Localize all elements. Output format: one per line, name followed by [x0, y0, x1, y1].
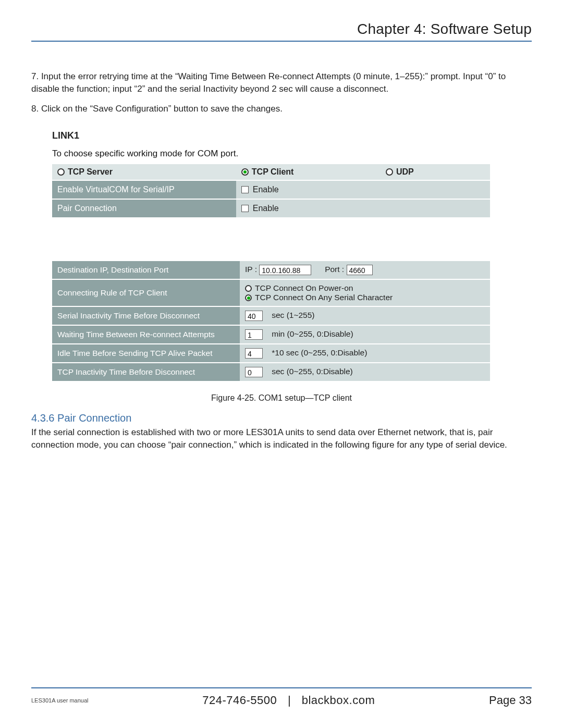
mode-label: TCP Server	[68, 167, 113, 176]
unit: sec (0~255, 0:Disable)	[272, 367, 353, 376]
section-body: If the serial connection is established …	[31, 426, 532, 451]
mode-tcp-server[interactable]: TCP Server	[52, 164, 236, 180]
link1-desc: To choose specific working mode for COM …	[52, 149, 490, 159]
manual-name: LES301A user manual	[31, 697, 88, 704]
dest-label: Destination IP, Destination Port	[52, 261, 240, 279]
port-prefix: Port :	[325, 265, 344, 274]
opt-label: TCP Connect On Power-on	[255, 283, 353, 292]
ser-inact-value: 40 sec (1~255)	[240, 306, 490, 325]
tcp-inact-label: TCP Inactivity Time Before Disconnect	[52, 363, 240, 381]
row-pairconn-label: Pair Connection	[52, 199, 236, 218]
ser-inact-label: Serial Inactivity Time Before Disconnect	[52, 306, 240, 325]
footer-center: 724-746-5500 | blackbox.com	[88, 694, 489, 707]
idle-label: Idle Time Before Sending TCP Alive Packe…	[52, 344, 240, 363]
wait-label: Waiting Time Between Re-connect Attempts	[52, 325, 240, 344]
radio-icon	[245, 285, 252, 292]
unit: min (0~255, 0:Disable)	[272, 329, 353, 338]
unit: *10 sec (0~255, 0:Disable)	[272, 348, 367, 357]
radio-icon	[386, 168, 393, 176]
checkbox-icon[interactable]	[241, 186, 249, 193]
rule-label: Connecting Rule of TCP Client	[52, 279, 240, 306]
footer-sep: |	[288, 694, 291, 707]
tcp-inact-value: 0 sec (0~255, 0:Disable)	[240, 363, 490, 381]
rule-value: TCP Connect On Power-on TCP Connect On A…	[240, 279, 490, 306]
wait-input[interactable]: 1	[245, 329, 263, 340]
dest-value: IP : 10.0.160.88 Port : 4660	[240, 261, 490, 279]
port-input[interactable]: 4660	[347, 265, 373, 275]
rule-option-serialchar[interactable]: TCP Connect On Any Serial Character	[245, 293, 485, 302]
step-7: 7. Input the error retrying time at the …	[31, 70, 532, 95]
enable-label: Enable	[253, 185, 279, 194]
footer-site: blackbox.com	[302, 694, 375, 707]
row-virtualcom-label: Enable VirtualCOM for Serial/IP	[52, 180, 236, 199]
radio-icon	[241, 168, 249, 176]
ip-input[interactable]: 10.0.160.88	[259, 265, 311, 275]
chapter-header: Chapter 4: Software Setup	[31, 21, 532, 42]
mode-label: UDP	[396, 167, 414, 176]
radio-icon	[57, 168, 65, 176]
unit: sec (1~255)	[272, 311, 314, 319]
idle-value: 4 *10 sec (0~255, 0:Disable)	[240, 344, 490, 363]
opt-label: TCP Connect On Any Serial Character	[255, 293, 393, 302]
mode-label: TCP Client	[252, 167, 294, 176]
page-number: Page 33	[489, 694, 532, 707]
footer-phone: 724-746-5500	[202, 694, 277, 707]
mode-table: TCP Server TCP Client UDP Enable Virtual…	[52, 164, 490, 218]
link1-heading: LINK1	[52, 130, 490, 141]
settings-table: Destination IP, Destination Port IP : 10…	[52, 260, 490, 382]
idle-input[interactable]: 4	[245, 348, 263, 359]
page-footer: LES301A user manual 724-746-5500 | black…	[31, 687, 532, 707]
figure-caption: Figure 4-25. COM1 setup—TCP client	[31, 393, 532, 403]
row-virtualcom-value[interactable]: Enable	[236, 180, 490, 199]
row-pairconn-value[interactable]: Enable	[236, 199, 490, 218]
ip-prefix: IP :	[245, 265, 257, 274]
step-8: 8. Click on the “Save Configuration” but…	[31, 103, 532, 115]
section-heading: 4.3.6 Pair Connection	[31, 412, 532, 424]
radio-icon	[245, 294, 252, 301]
enable-label: Enable	[253, 204, 279, 213]
tcp-inact-input[interactable]: 0	[245, 367, 263, 377]
rule-option-poweron[interactable]: TCP Connect On Power-on	[245, 283, 485, 293]
wait-value: 1 min (0~255, 0:Disable)	[240, 325, 490, 344]
mode-udp[interactable]: UDP	[381, 164, 490, 180]
mode-tcp-client[interactable]: TCP Client	[236, 164, 381, 180]
config-screenshot: LINK1 To choose specific working mode fo…	[52, 130, 490, 382]
ser-inact-input[interactable]: 40	[245, 311, 263, 321]
checkbox-icon[interactable]	[241, 205, 249, 212]
